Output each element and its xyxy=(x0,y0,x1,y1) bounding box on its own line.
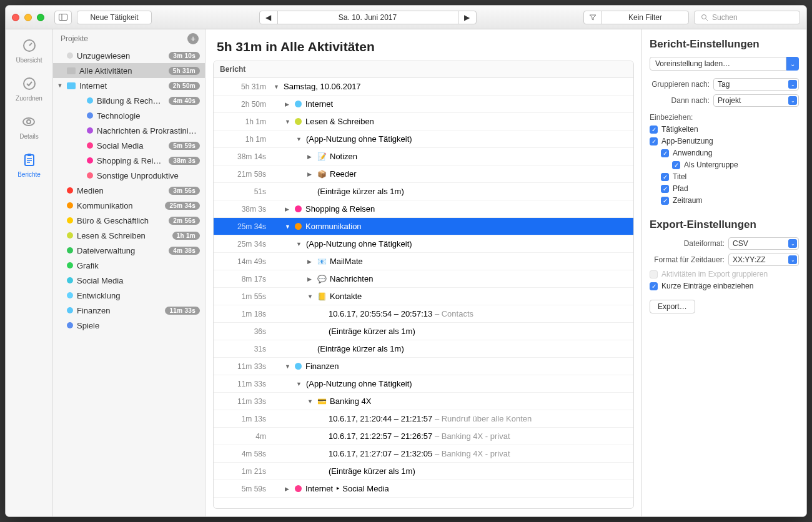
chk-activities[interactable]: ✓Tätigkeiten xyxy=(650,125,799,134)
duration-badge: 4m 38s xyxy=(169,247,200,255)
date-next-button[interactable]: ▶ xyxy=(458,11,477,24)
row-duration: 25m 34s xyxy=(214,240,274,249)
project-row[interactable]: Grafik xyxy=(53,258,205,273)
report-row[interactable]: 25m 34s▼Kommunikation xyxy=(214,218,633,235)
report-row[interactable]: 51s(Einträge kürzer als 1m) xyxy=(214,183,633,200)
project-row[interactable]: Nachrichten & Prokrastini… xyxy=(53,123,205,138)
row-duration: 14m 49s xyxy=(214,257,274,266)
report-row[interactable]: 21m 58s▶📦Reeder xyxy=(214,165,633,183)
chk-as-subgroup[interactable]: ✓Als Untergruppe xyxy=(650,160,799,169)
report-row[interactable]: 8m 17s▶💬Nachrichten xyxy=(214,270,633,288)
disclosure-icon: ▼ xyxy=(285,224,291,230)
duration-format-select[interactable]: XX:YY:ZZ⌄ xyxy=(728,254,799,266)
preset-select[interactable]: Voreinstellung laden… xyxy=(650,57,786,71)
chk-title[interactable]: ✓Titel xyxy=(650,172,799,181)
search-placeholder: Suchen xyxy=(712,13,738,22)
filter-group: Kein Filter xyxy=(583,11,689,24)
report-row[interactable]: 1h 1m▼(App-Nutzung ohne Tätigkeit) xyxy=(214,130,633,148)
project-label: Bildung & Rech… xyxy=(97,96,165,106)
svg-point-2 xyxy=(702,14,706,19)
chk-path[interactable]: ✓Pfad xyxy=(650,184,799,193)
project-row[interactable]: Social Media xyxy=(53,273,205,288)
maximize-button[interactable] xyxy=(37,14,44,21)
duration-badge: 5m 59s xyxy=(169,142,200,150)
report-rows: 5h 31m▼Samstag, 10.06.20172h 50m▶Interne… xyxy=(214,78,633,498)
report-row[interactable]: 1h 1m▼Lesen & Schreiben xyxy=(214,113,633,130)
project-row[interactable]: ▼Internet2h 50m xyxy=(53,78,205,93)
then-by-select[interactable]: Projekt⌄ xyxy=(713,94,799,107)
report-row[interactable]: 25m 34s▼(App-Nutzung ohne Tätigkeit) xyxy=(214,235,633,253)
row-text: (App-Nutzung ohne Tätigkeit) xyxy=(306,134,412,144)
chk-include-short[interactable]: ✓Kurze Einträge einbeziehen xyxy=(650,282,799,290)
project-row[interactable]: Sonstige Unproduktive xyxy=(53,168,205,183)
report-row[interactable]: 38m 14s▶📝Notizen xyxy=(214,148,633,165)
nav-details[interactable]: Details xyxy=(19,113,39,140)
checkbox-icon: ✓ xyxy=(650,126,658,134)
disclosure-icon: ▼ xyxy=(296,241,302,247)
color-dot-icon xyxy=(67,52,73,59)
project-row[interactable]: Büro & Geschäftlich2m 56s xyxy=(53,213,205,228)
add-project-button[interactable]: + xyxy=(187,33,199,44)
report-row[interactable]: 31s(Einträge kürzer als 1m) xyxy=(214,340,633,358)
project-row[interactable]: Unzugewiesen3m 10s xyxy=(53,48,205,63)
close-button[interactable] xyxy=(12,14,19,21)
nav-overview[interactable]: Übersicht xyxy=(16,37,42,64)
chk-application[interactable]: ✓Anwendung xyxy=(650,149,799,157)
filter-icon-button[interactable] xyxy=(583,11,602,24)
chk-app-usage[interactable]: ✓App-Benutzung xyxy=(650,137,799,145)
project-row[interactable]: Social Media5m 59s xyxy=(53,138,205,153)
report-row[interactable]: 11m 33s▼💳Banking 4X xyxy=(214,393,633,410)
report-row[interactable]: 11m 33s▼Finanzen xyxy=(214,358,633,375)
project-row[interactable]: Lesen & Schreiben1h 1m xyxy=(53,228,205,243)
group-by-select[interactable]: Tag⌄ xyxy=(713,78,799,91)
search-field[interactable]: Suchen xyxy=(694,11,800,24)
report-row[interactable]: 4m 58s10.6.17, 21:27:07 – 21:32:05 – Ban… xyxy=(214,445,633,463)
nav-assign[interactable]: Zuordnen xyxy=(16,75,42,102)
project-row[interactable]: Bildung & Rech…4m 40s xyxy=(53,93,205,108)
disclosure-icon: ▼ xyxy=(307,398,314,405)
row-text: (App-Nutzung ohne Tätigkeit) xyxy=(306,239,412,249)
report-row[interactable]: 1m 21s(Einträge kürzer als 1m) xyxy=(214,463,633,480)
preset-dropdown-button[interactable]: ⌄ xyxy=(786,57,799,71)
chk-timespan[interactable]: ✓Zeitraum xyxy=(650,196,799,205)
report-row[interactable]: 11m 33s▼(App-Nutzung ohne Tätigkeit) xyxy=(214,375,633,393)
report-row[interactable]: 14m 49s▶📧MailMate xyxy=(214,253,633,270)
report-row[interactable]: 36s(Einträge kürzer als 1m) xyxy=(214,323,633,340)
nav-reports[interactable]: Berichte xyxy=(17,151,41,178)
report-row[interactable]: 1m 55s▼📒Kontakte xyxy=(214,288,633,305)
report-row[interactable]: 5h 31m▼Samstag, 10.06.2017 xyxy=(214,78,633,96)
file-format-select[interactable]: CSV⌄ xyxy=(728,237,799,250)
report-row[interactable]: 4m10.6.17, 21:22:57 – 21:26:57 – Banking… xyxy=(214,428,633,445)
report-row[interactable]: 2h 50m▶Internet xyxy=(214,96,633,113)
new-activity-button[interactable]: Neue Tätigkeit xyxy=(77,11,152,24)
settings-title: Bericht-Einstellungen xyxy=(650,38,799,51)
project-label: Büro & Geschäftlich xyxy=(77,216,165,225)
project-row[interactable]: Medien3m 56s xyxy=(53,183,205,198)
project-row[interactable]: Technologie xyxy=(53,108,205,123)
filter-select[interactable]: Kein Filter xyxy=(602,11,689,24)
report-row[interactable]: 1m 13s10.6.17, 21:20:44 – 21:21:57 – Run… xyxy=(214,410,633,428)
check-circle-icon xyxy=(21,75,38,92)
checkbox-icon: ✓ xyxy=(672,161,680,169)
project-row[interactable]: Alle Aktivitäten5h 31m xyxy=(53,63,205,78)
report-row[interactable]: 5m 59s▶Internet ‣ Social Media xyxy=(214,480,633,498)
project-label: Kommunikation xyxy=(77,201,161,210)
project-row[interactable]: Spiele xyxy=(53,318,205,333)
minimize-button[interactable] xyxy=(24,14,32,21)
date-display[interactable]: Sa. 10. Juni 2017 xyxy=(277,11,458,24)
row-duration: 25m 34s xyxy=(214,222,274,231)
date-prev-button[interactable]: ◀ xyxy=(259,11,278,24)
project-row[interactable]: Finanzen11m 33s xyxy=(53,303,205,318)
project-label: Entwicklung xyxy=(77,291,200,300)
project-row[interactable]: Entwicklung xyxy=(53,288,205,303)
duration-badge: 38m 3s xyxy=(169,157,200,165)
export-button[interactable]: Export… xyxy=(650,300,695,313)
project-row[interactable]: Dateiverwaltung4m 38s xyxy=(53,243,205,258)
report-row[interactable]: 1m 18s10.6.17, 20:55:54 – 20:57:13 – Con… xyxy=(214,305,633,323)
project-row[interactable]: Shopping & Rei…38m 3s xyxy=(53,153,205,168)
row-duration: 1m 21s xyxy=(214,467,274,476)
sidebar-toggle-button[interactable] xyxy=(54,11,72,24)
then-by-label: Dann nach: xyxy=(650,96,710,105)
project-row[interactable]: Kommunikation25m 34s xyxy=(53,198,205,213)
report-row[interactable]: 38m 3s▶Shopping & Reisen xyxy=(214,200,633,218)
